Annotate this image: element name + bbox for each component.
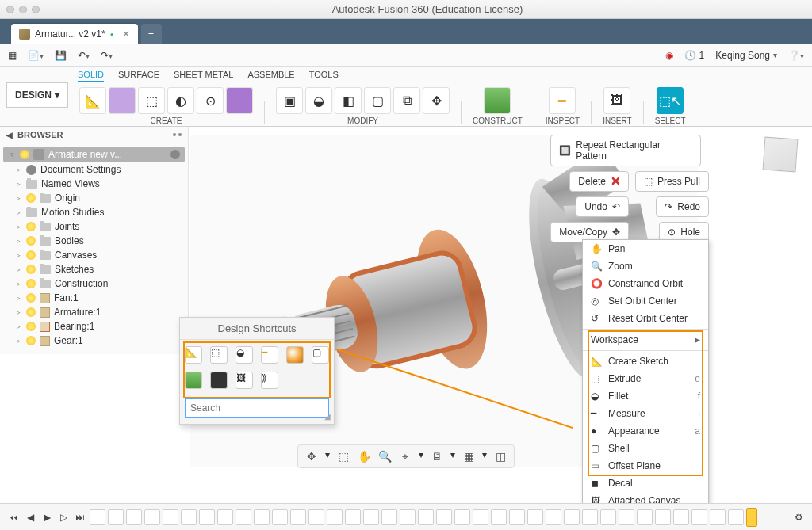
timeline-fwd-icon[interactable]: ▷ [56, 510, 71, 524]
lookat-icon[interactable]: ⬚ [336, 449, 350, 463]
tree-node[interactable]: ▹Bodies [3, 234, 185, 248]
construct-icon[interactable] [484, 87, 511, 114]
timeline-feature[interactable] [710, 509, 726, 525]
timeline-start-icon[interactable]: ⏮ [6, 510, 21, 524]
timeline-back-icon[interactable]: ◀ [23, 510, 37, 524]
tree-root[interactable]: ▿ Armature new v... ⋯ [3, 147, 185, 162]
timeline-marker[interactable] [746, 508, 757, 527]
undo-button[interactable]: Undo↶ [576, 196, 629, 217]
pan-icon[interactable]: ✋ [357, 449, 371, 463]
hole-icon[interactable]: ⊙ [197, 87, 224, 114]
timeline-feature[interactable] [564, 509, 580, 525]
tree-node[interactable]: ▹Canvases [3, 248, 185, 262]
timeline-feature[interactable] [655, 509, 671, 525]
ribbon-tab-surface[interactable]: SURFACE [118, 70, 159, 82]
chamfer-icon[interactable]: ◧ [335, 87, 362, 114]
timeline-feature[interactable] [90, 509, 105, 525]
create-sketch-icon[interactable]: 📐 [79, 87, 106, 114]
timeline-feature[interactable] [308, 509, 324, 525]
ribbon-tab-solid[interactable]: SOLID [78, 70, 104, 82]
menu-item[interactable]: ●Appearancea [583, 422, 708, 440]
timeline-feature[interactable] [236, 509, 251, 525]
traffic-lights[interactable] [6, 6, 40, 13]
menu-item[interactable]: ◎Set Orbit Center [583, 292, 708, 310]
orbit-icon[interactable]: ✥ [304, 449, 319, 463]
shortcut-measure-icon[interactable]: ━ [261, 346, 278, 364]
timeline-feature[interactable] [363, 509, 379, 525]
tree-node[interactable]: ▹Document Settings [3, 162, 185, 177]
timeline-play-icon[interactable]: ▶ [40, 510, 54, 524]
fillet-icon[interactable]: ◒ [305, 87, 332, 114]
timeline-feature[interactable] [473, 509, 488, 525]
shortcut-canvas-icon[interactable]: 🖼 [236, 372, 253, 389]
group-label[interactable]: MODIFY [347, 116, 378, 125]
timeline-feature[interactable] [272, 509, 288, 525]
timeline-feature[interactable] [254, 509, 270, 525]
timeline-feature[interactable] [181, 509, 197, 525]
menu-item[interactable]: ◒Filletf [583, 387, 708, 405]
timeline-feature[interactable] [546, 509, 561, 525]
shortcut-decal-icon[interactable] [210, 372, 228, 389]
redo-button[interactable]: ↷Redo [656, 196, 709, 217]
record-icon[interactable]: ◉ [665, 50, 673, 61]
presspull-button[interactable]: ⬚Press Pull [635, 171, 709, 192]
move-icon[interactable]: ✥ [423, 87, 450, 114]
undo-icon[interactable]: ↶▾ [78, 50, 90, 61]
close-tab-icon[interactable]: ✕ [122, 29, 130, 40]
shortcut-zebra-icon[interactable]: ⟫ [261, 372, 278, 389]
timeline-feature[interactable] [199, 509, 215, 525]
ribbon-tab-tools[interactable]: TOOLS [309, 70, 339, 82]
menu-item[interactable]: ✋Pan [583, 240, 708, 257]
timeline-feature[interactable] [108, 509, 124, 525]
timeline-feature[interactable] [436, 509, 452, 525]
menu-item[interactable]: ⬚Extrudee [583, 370, 708, 387]
timeline-end-icon[interactable]: ⏭ [73, 510, 87, 524]
tree-node[interactable]: ▹Armature:1 [3, 305, 185, 319]
measure-icon[interactable]: ━ [549, 87, 576, 114]
redo-icon[interactable]: ↷▾ [101, 50, 113, 61]
extrude-icon[interactable]: ⬚ [138, 87, 165, 114]
timeline-feature[interactable] [527, 509, 543, 525]
timeline-feature[interactable] [454, 509, 470, 525]
menu-item[interactable]: 🔍Zoom [583, 257, 708, 275]
revolve-icon[interactable]: ◐ [167, 87, 194, 114]
tree-node[interactable]: ▹Bearing:1 [3, 319, 185, 334]
timeline-feature[interactable] [673, 509, 689, 525]
insert-icon[interactable]: 🖼 [603, 87, 630, 114]
timeline-feature[interactable] [637, 509, 653, 525]
tree-node[interactable]: ▹Origin [3, 191, 185, 205]
timeline-feature[interactable] [582, 509, 598, 525]
timeline-feature[interactable] [491, 509, 507, 525]
group-label[interactable]: CREATE [151, 116, 182, 125]
tree-node[interactable]: ▹Gear:1 [3, 334, 185, 348]
shortcut-fillet-icon[interactable]: ◒ [236, 346, 253, 364]
design-shortcuts-palette[interactable]: Design Shortcuts 📐 ⬚ ◒ ━ ▢ 🖼 ⟫ ◢ [179, 317, 335, 425]
display-icon[interactable]: 🖥 [430, 449, 444, 463]
job-status[interactable]: 🕓1 [684, 50, 705, 61]
tree-node[interactable]: ▹Named Views [3, 177, 185, 191]
menu-item[interactable]: 📐Create Sketch [583, 353, 708, 370]
viewports-icon[interactable]: ◫ [493, 449, 508, 463]
resize-grip-icon[interactable]: ◢ [324, 412, 331, 421]
timeline-feature[interactable] [144, 509, 160, 525]
timeline-settings-icon[interactable]: ⚙ [791, 510, 806, 524]
menu-item[interactable]: ◼Decal [583, 475, 708, 492]
form-icon[interactable] [109, 87, 136, 114]
menu-item-workspace[interactable]: Workspace▶ [583, 331, 708, 349]
shortcut-sketch-icon[interactable]: 📐 [185, 346, 202, 364]
timeline-feature[interactable] [691, 509, 707, 525]
tree-node[interactable]: ▹Joints [3, 219, 185, 234]
apps-icon[interactable]: ▦ [8, 50, 17, 61]
ribbon-tab-sheetmetal[interactable]: SHEET METAL [174, 70, 233, 82]
tree-node[interactable]: ▹Fan:1 [3, 291, 185, 305]
fit-icon[interactable]: ⌖ [398, 449, 412, 463]
menu-item[interactable]: ⭕Constrained Orbit [583, 275, 708, 292]
combine-icon[interactable]: ⧉ [393, 87, 420, 114]
timeline-feature[interactable] [619, 509, 634, 525]
timeline-feature[interactable] [400, 509, 416, 525]
timeline-feature[interactable] [418, 509, 434, 525]
timeline-feature[interactable] [217, 509, 233, 525]
menu-item[interactable]: ▭Offset Plane [583, 457, 708, 475]
shortcut-appearance-icon[interactable] [286, 346, 304, 364]
document-tab[interactable]: Armatur... v2 v1* ● ✕ [11, 24, 138, 44]
